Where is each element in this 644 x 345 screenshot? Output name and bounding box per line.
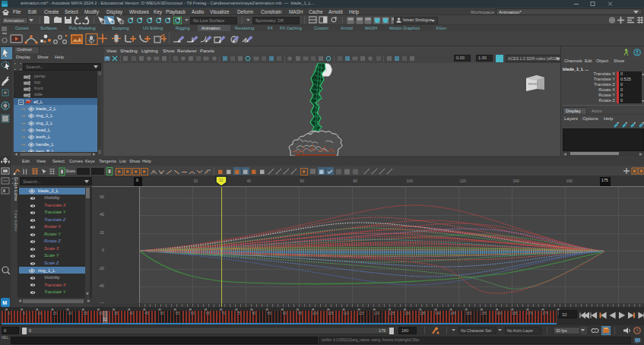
svg-text:32: 32 <box>219 178 224 182</box>
svg-text:FRONT: FRONT <box>528 83 538 86</box>
